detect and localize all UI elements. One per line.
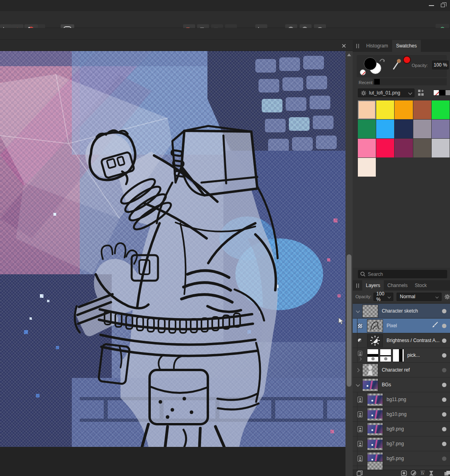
quick-swatches bbox=[433, 90, 450, 96]
swatch[interactable] bbox=[395, 100, 412, 119]
layer-visibility-dot[interactable] bbox=[442, 456, 446, 461]
layer-row[interactable] bbox=[353, 466, 450, 470]
swatch[interactable] bbox=[413, 120, 431, 138]
layer-visibility-dot[interactable] bbox=[442, 442, 446, 446]
layer-visibility-dot[interactable] bbox=[442, 397, 446, 402]
layers-bottom-bar: fx bbox=[353, 470, 450, 476]
layer-visibility-dot[interactable] bbox=[442, 412, 446, 417]
image-layer-icon bbox=[357, 397, 363, 403]
tab-stock[interactable]: Stock bbox=[411, 280, 430, 291]
layer-visibility-dot[interactable] bbox=[442, 309, 446, 313]
swatch[interactable] bbox=[376, 100, 394, 119]
layer-thumbnail[interactable] bbox=[362, 305, 378, 318]
layer-thumbnail[interactable] bbox=[367, 461, 383, 470]
swatch[interactable] bbox=[432, 100, 450, 119]
swatch[interactable] bbox=[432, 139, 450, 157]
layer-visibility-dot[interactable] bbox=[442, 353, 446, 358]
layer-row[interactable]: Character ref bbox=[353, 363, 450, 378]
tab-histogram[interactable]: Histogram bbox=[362, 40, 392, 52]
layer-thumbnail[interactable] bbox=[367, 408, 383, 421]
panel-grip[interactable] bbox=[356, 44, 359, 48]
swatch[interactable] bbox=[358, 120, 376, 138]
quick-swatch-black[interactable] bbox=[439, 90, 445, 96]
layer-row[interactable]: pick... bbox=[353, 348, 450, 363]
layer-thumbnail[interactable] bbox=[367, 334, 383, 347]
layer-row[interactable]: Brightness / Contrast A... bbox=[353, 333, 450, 348]
layer-name: bg9.png bbox=[387, 426, 440, 432]
swatch[interactable] bbox=[358, 158, 376, 177]
swatch[interactable] bbox=[413, 139, 431, 157]
scrollbar-thumb[interactable] bbox=[347, 254, 351, 387]
swap-colors-icon[interactable] bbox=[379, 57, 385, 63]
tab-channels[interactable]: Channels bbox=[384, 280, 411, 291]
hourglass-icon[interactable] bbox=[429, 470, 434, 476]
duplicate-layers-icon[interactable] bbox=[357, 470, 363, 476]
layer-visibility-dot[interactable] bbox=[442, 368, 446, 372]
no-color-well[interactable] bbox=[360, 69, 366, 75]
layer-row[interactable]: Pixel bbox=[353, 319, 450, 333]
swatch[interactable] bbox=[432, 120, 450, 138]
layer-row[interactable]: bg10.png bbox=[353, 407, 450, 422]
layers-opacity-dropdown[interactable]: 100 % bbox=[373, 293, 393, 301]
layer-thumbnail[interactable] bbox=[367, 319, 383, 332]
recent-swatches-strip bbox=[373, 78, 447, 85]
swatch[interactable] bbox=[358, 139, 376, 157]
swatches-opacity-field[interactable]: 100 % bbox=[432, 61, 449, 69]
recent-swatch-black[interactable] bbox=[374, 79, 380, 85]
canvas-artwork[interactable] bbox=[0, 51, 345, 447]
minimize-button[interactable] bbox=[429, 5, 434, 6]
scroll-up-icon[interactable] bbox=[347, 53, 351, 56]
layer-gutter bbox=[353, 319, 367, 333]
layer-visibility-dot[interactable] bbox=[442, 427, 446, 431]
swatch[interactable] bbox=[376, 139, 394, 157]
search-box[interactable] bbox=[358, 270, 447, 278]
layer-thumbnail[interactable] bbox=[362, 364, 378, 377]
picked-color-dot[interactable] bbox=[403, 56, 411, 64]
swatch[interactable] bbox=[358, 100, 376, 119]
search-input[interactable] bbox=[368, 271, 436, 277]
layer-row[interactable]: bg9.png bbox=[353, 422, 450, 437]
add-swatch-icon[interactable] bbox=[418, 89, 425, 96]
layer-row[interactable]: bg7.png bbox=[353, 437, 450, 451]
alpha-badge-icon bbox=[357, 323, 363, 328]
layer-thumbnail[interactable] bbox=[362, 378, 378, 391]
palette-dropdown[interactable]: lut_lofi_01.png bbox=[358, 89, 414, 97]
layer-visibility-dot[interactable] bbox=[442, 324, 446, 328]
layer-name: bg7.png bbox=[387, 441, 440, 446]
layer-visibility-dot[interactable] bbox=[442, 338, 446, 343]
layers-opacity-row: Opacity: 100 % Normal bbox=[353, 291, 450, 303]
layer-settings-gear-icon[interactable] bbox=[444, 294, 450, 300]
tab-layers[interactable]: Layers bbox=[362, 280, 384, 291]
layer-thumbnail[interactable] bbox=[367, 423, 383, 436]
blend-mode-dropdown[interactable]: Normal bbox=[397, 293, 442, 301]
group-layers-icon[interactable] bbox=[444, 470, 450, 476]
tab-swatches[interactable]: Swatches bbox=[392, 40, 421, 52]
swatch[interactable] bbox=[395, 139, 412, 157]
quick-swatch-gray[interactable] bbox=[445, 90, 450, 96]
swatch[interactable] bbox=[395, 120, 412, 138]
mask-icon[interactable] bbox=[401, 470, 407, 476]
layer-row[interactable]: BGs bbox=[353, 378, 450, 392]
layer-row[interactable]: Character sketch bbox=[353, 304, 450, 319]
close-view-button[interactable] bbox=[340, 42, 348, 50]
restore-button[interactable] bbox=[441, 4, 445, 7]
layer-gutter bbox=[353, 392, 367, 407]
swatch[interactable] bbox=[376, 120, 394, 138]
swatch[interactable] bbox=[413, 100, 431, 119]
canvas-vertical-scrollbar[interactable] bbox=[345, 51, 353, 476]
curves-thumbnails[interactable] bbox=[367, 349, 404, 362]
palette-name: lut_lofi_01.png bbox=[369, 90, 406, 96]
chevron-down-icon bbox=[388, 295, 391, 298]
layer-row[interactable]: bg11.png bbox=[353, 392, 450, 407]
layer-visibility-dot[interactable] bbox=[442, 383, 446, 387]
layer-effects-fx-icon[interactable]: fx bbox=[420, 471, 425, 476]
adjustment-icon[interactable] bbox=[411, 470, 416, 476]
layer-thumbnail[interactable] bbox=[367, 393, 383, 406]
foreground-color-well[interactable] bbox=[364, 57, 377, 70]
color-picker-eyedropper-icon[interactable] bbox=[392, 58, 402, 70]
layer-thumbnail[interactable] bbox=[367, 437, 383, 450]
canvas-area[interactable] bbox=[0, 51, 353, 476]
layers-panel: Layers Channels Stock Opacity: 100 % Nor… bbox=[353, 268, 450, 476]
quick-swatch-none[interactable] bbox=[433, 90, 439, 96]
panel-grip[interactable] bbox=[356, 283, 359, 288]
